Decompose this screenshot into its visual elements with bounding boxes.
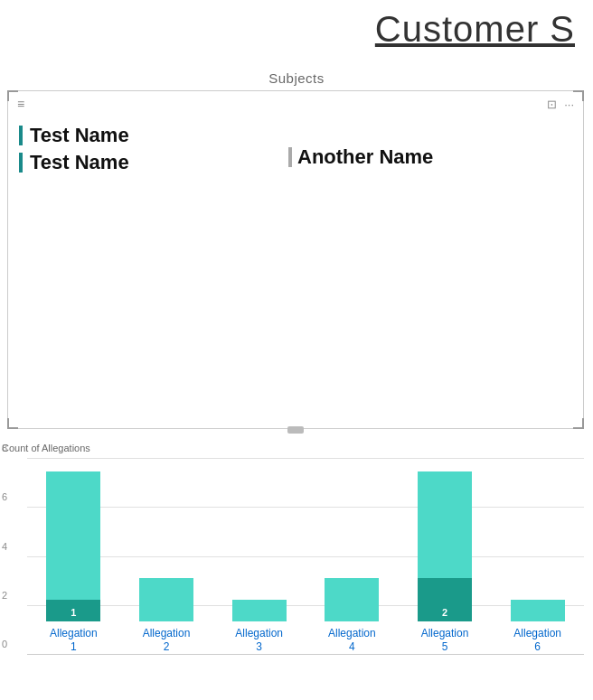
bar-inner-label-1: 1 xyxy=(71,607,76,618)
slicer-bar-right xyxy=(288,147,292,167)
corner-tl xyxy=(7,90,18,101)
slicer-resize-handle[interactable] xyxy=(287,426,304,434)
bar-outer-2 xyxy=(139,578,193,621)
x-label-5: Allegation5 xyxy=(421,627,469,655)
slicer-item-right-label: Another Name xyxy=(297,145,433,169)
bar-group-4[interactable]: Allegation4 xyxy=(306,578,399,655)
corner-tr xyxy=(573,90,584,101)
slicer-item-1[interactable]: Test Name xyxy=(19,124,572,147)
slicer-item-label-2: Test Name xyxy=(30,151,129,174)
bar-inner-1: 1 xyxy=(46,600,100,621)
slicer-item-right[interactable]: Another Name xyxy=(288,145,433,169)
corner-br xyxy=(573,418,584,429)
chart-ylabel: Count of Allegations xyxy=(2,443,90,453)
slicer-container: ≡ ⊡ ··· Test Name Test Name Another Name xyxy=(7,90,584,429)
x-label-6: Allegation6 xyxy=(513,627,561,655)
bar-inner-label-5: 2 xyxy=(442,607,447,618)
x-label-2: Allegation2 xyxy=(143,627,191,655)
bar-inner-5: 2 xyxy=(418,578,472,621)
bar-group-2[interactable]: Allegation2 xyxy=(120,578,213,655)
y-label-4: 4 xyxy=(2,541,7,552)
slicer-toolbar: ≡ ⊡ ··· xyxy=(8,91,583,117)
page-title: Customer S xyxy=(375,9,575,49)
bar-group-5[interactable]: 2Allegation5 xyxy=(399,471,492,655)
corner-bl xyxy=(7,418,18,429)
header: Customer S xyxy=(357,0,593,59)
bar-wrapper-6 xyxy=(511,600,565,621)
y-label-0: 0 xyxy=(2,639,7,649)
bar-wrapper-5: 2 xyxy=(418,471,472,621)
bar-outer-3 xyxy=(232,600,287,621)
hamburger-icon[interactable]: ≡ xyxy=(17,97,26,111)
bar-wrapper-4 xyxy=(325,578,379,621)
x-label-3: Allegation3 xyxy=(235,627,283,655)
bar-outer-1: 1 xyxy=(46,471,100,621)
slicer-bar-1 xyxy=(19,126,23,145)
slicer-icons: ⊡ ··· xyxy=(547,98,574,111)
bar-outer-6 xyxy=(511,600,565,621)
bar-wrapper-3 xyxy=(232,600,287,621)
x-label-4: Allegation4 xyxy=(328,627,376,655)
chart-baseline xyxy=(27,654,584,655)
bar-outer-4 xyxy=(325,578,379,621)
slicer-bar-2 xyxy=(19,153,23,173)
bar-wrapper-2 xyxy=(139,578,193,621)
x-label-1: Allegation1 xyxy=(50,627,98,655)
chart-area: 02468 1Allegation1Allegation2Allegation3… xyxy=(27,459,584,655)
subjects-label: Subjects xyxy=(268,70,325,86)
bar-group-1[interactable]: 1Allegation1 xyxy=(27,471,120,655)
bars-container: 1Allegation1Allegation2Allegation3Allega… xyxy=(27,459,584,655)
bar-outer-5: 2 xyxy=(418,471,472,621)
expand-icon[interactable]: ⊡ xyxy=(547,98,557,111)
bar-group-3[interactable]: Allegation3 xyxy=(212,600,306,655)
bar-wrapper-1: 1 xyxy=(46,471,100,621)
chart-section: Count of Allegations 02468 1Allegation1A… xyxy=(0,443,593,700)
y-label-8: 8 xyxy=(2,443,7,453)
y-label-2: 2 xyxy=(2,590,7,601)
bar-group-6[interactable]: Allegation6 xyxy=(491,600,584,655)
slicer-item-label-1: Test Name xyxy=(30,124,129,147)
y-label-6: 6 xyxy=(2,491,7,502)
